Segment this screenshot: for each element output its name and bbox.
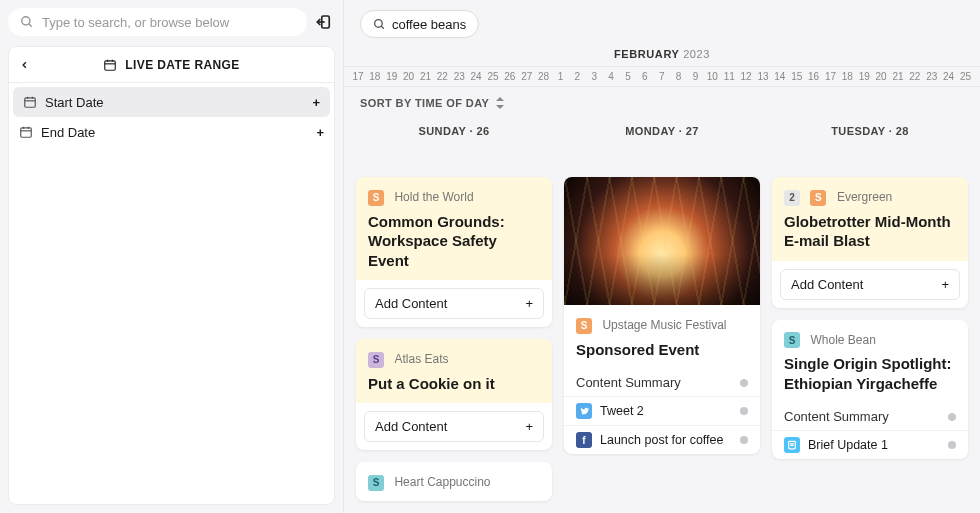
col-monday: MONDAY · 27 S Upstage Music Festival Spo… <box>564 119 760 513</box>
content-summary-row[interactable]: Content Summary <box>772 403 968 430</box>
day-cell[interactable]: 26 <box>502 71 518 82</box>
card-title: Put a Cookie on it <box>368 374 540 394</box>
add-content-button[interactable]: Add Content + <box>364 288 544 319</box>
svg-point-16 <box>375 19 383 27</box>
day-cell[interactable]: 17 <box>823 71 839 82</box>
sort-row[interactable]: SORT BY TIME OF DAY <box>344 87 980 119</box>
day-cell[interactable]: 22 <box>434 71 450 82</box>
day-cell[interactable]: 22 <box>907 71 923 82</box>
status-badge: S <box>784 332 800 348</box>
day-cell[interactable]: 14 <box>772 71 788 82</box>
search-input[interactable] <box>42 15 295 30</box>
content-item-tweet-2[interactable]: Tweet 2 <box>564 396 760 425</box>
start-date-label: Start Date <box>45 95 104 110</box>
card-title: Single Origin Spotlight: Ethiopian Yirga… <box>784 354 956 393</box>
col-sunday: SUNDAY · 26 S Hold the World Common Grou… <box>356 119 552 513</box>
day-cell[interactable]: 24 <box>468 71 484 82</box>
timeline-year: 2023 <box>683 48 710 60</box>
day-cell[interactable]: 3 <box>586 71 602 82</box>
search-icon <box>373 18 386 31</box>
add-start-date-button[interactable]: + <box>312 95 320 110</box>
day-cell[interactable]: 23 <box>451 71 467 82</box>
card-tag: Evergreen <box>837 190 892 204</box>
chevron-left-icon[interactable] <box>19 59 30 70</box>
card-atlas-eats[interactable]: S Atlas Eats Put a Cookie on it Add Cont… <box>356 339 552 450</box>
status-dot <box>740 407 748 415</box>
status-dot <box>740 436 748 444</box>
card-upstage-music-festival[interactable]: S Upstage Music Festival Sponsored Event… <box>564 177 760 454</box>
day-cell[interactable]: 16 <box>806 71 822 82</box>
card-hold-the-world[interactable]: S Hold the World Common Grounds: Workspa… <box>356 177 552 327</box>
day-cell[interactable]: 5 <box>620 71 636 82</box>
search-icon <box>20 15 34 29</box>
add-content-button[interactable]: Add Content + <box>780 269 960 300</box>
day-cell[interactable]: 18 <box>367 71 383 82</box>
add-content-label: Add Content <box>791 277 863 292</box>
content-item-fb-launch[interactable]: f Launch post for coffee <box>564 425 760 454</box>
live-date-range-row[interactable]: LIVE DATE RANGE <box>9 47 334 83</box>
add-end-date-button[interactable]: + <box>316 125 324 140</box>
svg-rect-4 <box>105 60 116 69</box>
card-title: Common Grounds: Workspace Safety Event <box>368 212 540 271</box>
card-tag: Atlas Eats <box>394 352 448 366</box>
day-cell[interactable]: 27 <box>519 71 535 82</box>
status-badge: S <box>368 475 384 491</box>
day-cell[interactable]: 13 <box>755 71 771 82</box>
status-badge: S <box>368 352 384 368</box>
columns: SUNDAY · 26 S Hold the World Common Grou… <box>344 119 980 513</box>
add-content-label: Add Content <box>375 419 447 434</box>
add-content-button[interactable]: Add Content + <box>364 411 544 442</box>
card-hero-image <box>564 177 760 305</box>
svg-line-17 <box>381 26 384 29</box>
day-strip[interactable]: 1718192021222324252627281234567891011121… <box>344 67 980 87</box>
card-tag: Hold the World <box>394 190 473 204</box>
day-cell[interactable]: 21 <box>418 71 434 82</box>
day-cell[interactable]: 2 <box>569 71 585 82</box>
status-badge: S <box>576 318 592 334</box>
day-cell[interactable]: 24 <box>941 71 957 82</box>
card-whole-bean[interactable]: S Whole Bean Single Origin Spotlight: Et… <box>772 320 968 460</box>
card-tag: Heart Cappuccino <box>394 475 490 489</box>
filter-chip[interactable]: coffee beans <box>360 10 479 38</box>
end-date-row[interactable]: End Date + <box>9 117 334 147</box>
day-cell[interactable]: 23 <box>924 71 940 82</box>
day-cell[interactable]: 6 <box>637 71 653 82</box>
content-summary-row[interactable]: Content Summary <box>564 369 760 396</box>
svg-marker-19 <box>496 105 504 109</box>
day-cell[interactable]: 12 <box>738 71 754 82</box>
day-cell[interactable]: 11 <box>721 71 737 82</box>
day-cell[interactable]: 15 <box>789 71 805 82</box>
day-cell[interactable]: 19 <box>384 71 400 82</box>
search-box[interactable] <box>8 8 307 36</box>
calendar-icon <box>23 95 37 109</box>
content-item-label: Tweet 2 <box>600 404 644 418</box>
logout-icon[interactable] <box>313 11 335 33</box>
status-dot <box>948 413 956 421</box>
card-evergreen[interactable]: 2 S Evergreen Globetrotter Mid-Month E-m… <box>772 177 968 308</box>
day-cell[interactable]: 25 <box>485 71 501 82</box>
date-filter-panel: LIVE DATE RANGE Start Date + End Date + <box>8 46 335 505</box>
day-cell[interactable]: 25 <box>958 71 974 82</box>
day-cell[interactable]: 4 <box>603 71 619 82</box>
day-cell[interactable]: 18 <box>839 71 855 82</box>
day-cell[interactable]: 10 <box>704 71 720 82</box>
day-cell[interactable]: 19 <box>856 71 872 82</box>
card-heart-cappuccino[interactable]: S Heart Cappuccino <box>356 462 552 501</box>
content-item-brief-update[interactable]: Brief Update 1 <box>772 430 968 459</box>
timeline-month: FEBRUARY <box>614 48 680 60</box>
content-item-label: Brief Update 1 <box>808 438 888 452</box>
day-cell[interactable]: 17 <box>350 71 366 82</box>
content-item-label: Launch post for coffee <box>600 433 723 447</box>
day-cell[interactable]: 8 <box>671 71 687 82</box>
day-cell[interactable]: 28 <box>536 71 552 82</box>
day-cell[interactable]: 20 <box>873 71 889 82</box>
day-cell[interactable]: 21 <box>890 71 906 82</box>
day-cell[interactable]: 1 <box>553 71 569 82</box>
plus-icon: + <box>941 277 949 292</box>
start-date-row[interactable]: Start Date + <box>13 87 330 117</box>
day-cell[interactable]: 20 <box>401 71 417 82</box>
sort-label: SORT BY TIME OF DAY <box>360 97 489 109</box>
day-cell[interactable]: 7 <box>654 71 670 82</box>
facebook-icon: f <box>576 432 592 448</box>
day-cell[interactable]: 9 <box>688 71 704 82</box>
